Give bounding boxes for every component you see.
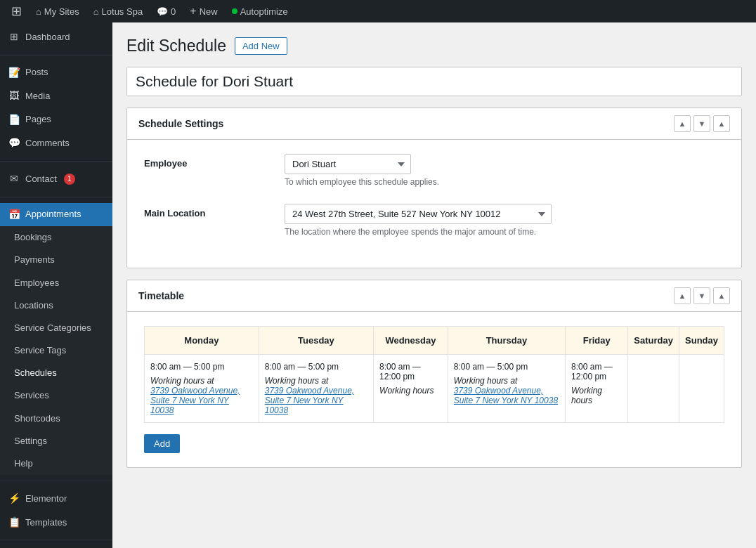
main-location-hint: The location where the employee spends t… <box>285 227 724 237</box>
shortcodes-label: Shortcodes <box>14 412 60 425</box>
timetable-collapse-up-button[interactable]: ▲ <box>674 287 691 304</box>
sidebar-item-bookings[interactable]: Bookings <box>0 226 112 249</box>
sidebar-item-payments[interactable]: Payments <box>0 249 112 271</box>
sidebar-item-employees[interactable]: Employees <box>0 272 112 294</box>
main-location-label: Main Location <box>144 204 285 218</box>
sidebar-item-schedules[interactable]: Schedules <box>0 362 112 384</box>
new-content-button[interactable]: + New <box>184 0 223 22</box>
sidebar-item-locations[interactable]: Locations <box>0 294 112 317</box>
comment-icon: 💬 <box>157 6 168 17</box>
wednesday-cell[interactable]: 8:00 am — 12:00 pm Working hours <box>374 355 448 423</box>
new-label: New <box>200 6 218 17</box>
sunday-header: Sunday <box>679 327 724 355</box>
timetable-header-row: Monday Tuesday Wednesday Thursday Friday… <box>145 327 724 355</box>
sidebar-item-contact[interactable]: ✉ Contact 1 <box>0 167 112 191</box>
employee-select[interactable]: Dori Stuart Jane Smith Bob Johnson <box>285 154 411 174</box>
page-header: Edit Schedule Add New <box>126 37 742 56</box>
admin-bar: ⊞ ⌂ My Sites ⌂ Lotus Spa 💬 0 + New Autop… <box>0 0 756 22</box>
contact-icon: ✉ <box>8 172 20 186</box>
page-title: Edit Schedule <box>126 37 226 56</box>
my-sites-label: My Sites <box>44 6 79 17</box>
comments-sidebar-icon: 💬 <box>8 136 20 150</box>
site-name-button[interactable]: ⌂ Lotus Spa <box>88 0 148 22</box>
wednesday-label: Working hours <box>379 386 442 396</box>
elementor-label: Elementor <box>25 492 67 505</box>
wp-logo-button[interactable]: ⊞ <box>6 0 27 22</box>
employee-hint: To which employee this schedule applies. <box>285 177 724 187</box>
sidebar-item-elementor[interactable]: ⚡ Elementor <box>0 487 112 511</box>
home-icon: ⌂ <box>93 6 99 17</box>
sidebar-item-posts[interactable]: 📝 Posts <box>0 61 112 85</box>
sidebar-item-services[interactable]: Services <box>0 384 112 407</box>
monday-label: Working hours at 3739 Oakwood Avenue, Su… <box>150 376 253 415</box>
add-button[interactable]: Add <box>144 434 180 453</box>
elementor-icon: ⚡ <box>8 492 20 506</box>
timetable-data-row: 8:00 am — 5:00 pm Working hours at 3739 … <box>145 355 724 423</box>
sidebar: ⊞ Dashboard 📝 Posts 🖼 Media 📄 Pages 💬 Co… <box>0 22 112 548</box>
friday-header: Friday <box>566 327 628 355</box>
main-location-select[interactable]: 24 West 27th Street, Suite 527 New York … <box>285 204 552 224</box>
tuesday-label: Working hours at 3739 Oakwood Avenue, Su… <box>265 376 367 415</box>
tuesday-time: 8:00 am — 5:00 pm <box>265 362 367 372</box>
sidebar-item-service-categories[interactable]: Service Categories <box>0 317 112 339</box>
main-location-control: 24 West 27th Street, Suite 527 New York … <box>285 204 724 237</box>
thursday-time: 8:00 am — 5:00 pm <box>454 362 559 372</box>
wednesday-header: Wednesday <box>374 327 448 355</box>
saturday-header: Saturday <box>628 327 679 355</box>
pages-icon: 📄 <box>8 113 20 127</box>
dashboard-icon: ⊞ <box>8 30 20 44</box>
sidebar-item-templates[interactable]: 📋 Templates <box>0 511 112 535</box>
collapse-up-button[interactable]: ▲ <box>674 115 691 132</box>
tuesday-cell[interactable]: 8:00 am — 5:00 pm Working hours at 3739 … <box>259 355 373 423</box>
sidebar-item-shortcodes[interactable]: Shortcodes <box>0 407 112 430</box>
saturday-cell[interactable] <box>628 355 679 423</box>
schedule-settings-title: Schedule Settings <box>138 118 223 129</box>
monday-location-link[interactable]: 3739 Oakwood Avenue, Suite 7 New York NY… <box>150 386 240 415</box>
sidebar-item-settings[interactable]: Settings <box>0 430 112 452</box>
timetable-body: Monday Tuesday Wednesday Thursday Friday… <box>127 312 741 467</box>
my-sites-button[interactable]: ⌂ My Sites <box>30 0 85 22</box>
tuesday-location-link[interactable]: 3739 Oakwood Avenue, Suite 7 New York NY… <box>265 386 354 415</box>
monday-header: Monday <box>145 327 259 355</box>
comments-button[interactable]: 💬 0 <box>151 0 181 22</box>
help-label: Help <box>14 457 33 470</box>
sidebar-item-pages[interactable]: 📄 Pages <box>0 108 112 132</box>
timetable-card-controls: ▲ ▼ ▲ <box>674 287 730 304</box>
sidebar-item-comments[interactable]: 💬 Comments <box>0 131 112 155</box>
timetable-toggle-button[interactable]: ▲ <box>713 287 730 304</box>
schedule-settings-card: Schedule Settings ▲ ▼ ▲ Employee Dori St… <box>126 107 742 268</box>
toggle-button[interactable]: ▲ <box>713 115 730 132</box>
wp-icon: ⊞ <box>11 4 22 19</box>
employee-control: Dori Stuart Jane Smith Bob Johnson To wh… <box>285 154 724 187</box>
sidebar-item-dashboard[interactable]: ⊞ Dashboard <box>0 25 112 49</box>
thursday-cell[interactable]: 8:00 am — 5:00 pm Working hours at 3739 … <box>448 355 565 423</box>
schedule-name-input[interactable] <box>126 67 742 96</box>
collapse-down-button[interactable]: ▼ <box>693 115 710 132</box>
friday-cell[interactable]: 8:00 am — 12:00 pm Working hours <box>566 355 628 423</box>
autoptimize-button[interactable]: Autoptimize <box>226 0 294 22</box>
timetable-card: Timetable ▲ ▼ ▲ Monday Tuesday Wednesday… <box>126 280 742 468</box>
comments-count: 0 <box>171 6 176 17</box>
service-tags-label: Service Tags <box>14 344 66 357</box>
timetable-collapse-down-button[interactable]: ▼ <box>693 287 710 304</box>
posts-icon: 📝 <box>8 66 20 80</box>
appointments-icon: 📅 <box>8 208 20 222</box>
thursday-header: Thursday <box>448 327 565 355</box>
sidebar-item-appointments[interactable]: 📅 Appointments <box>0 203 112 227</box>
thursday-location-link[interactable]: 3739 Oakwood Avenue, Suite 7 New York NY… <box>454 386 558 405</box>
sidebar-item-media[interactable]: 🖼 Media <box>0 84 112 108</box>
autoptimize-label: Autoptimize <box>240 6 288 17</box>
sunday-cell[interactable] <box>679 355 724 423</box>
sidebar-item-service-tags[interactable]: Service Tags <box>0 339 112 362</box>
comments-sidebar-label: Comments <box>25 137 70 150</box>
contact-label: Contact <box>25 173 57 185</box>
timetable-table: Monday Tuesday Wednesday Thursday Friday… <box>144 326 724 423</box>
locations-label: Locations <box>14 299 53 312</box>
add-new-button[interactable]: Add New <box>235 37 287 55</box>
appointments-label: Appointments <box>25 208 82 221</box>
employees-label: Employees <box>14 277 59 289</box>
site-name-label: Lotus Spa <box>102 6 143 17</box>
sidebar-item-help[interactable]: Help <box>0 452 112 475</box>
posts-label: Posts <box>25 66 48 79</box>
monday-cell[interactable]: 8:00 am — 5:00 pm Working hours at 3739 … <box>145 355 259 423</box>
